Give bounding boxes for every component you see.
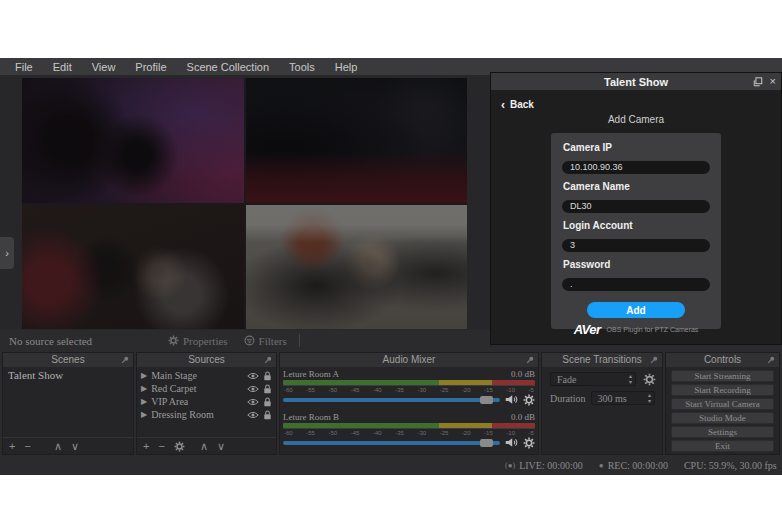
lock-icon[interactable]	[263, 410, 272, 420]
volume-slider-handle[interactable]	[480, 396, 493, 404]
toolbar-separator	[299, 334, 300, 347]
pin-icon[interactable]	[649, 355, 659, 365]
multiview-grid	[22, 78, 467, 329]
password-input[interactable]	[562, 278, 710, 291]
pin-icon[interactable]	[120, 355, 130, 365]
audio-mixer-panel: Audio Mixer Leture Room A 0.0 dB -60-55-…	[279, 352, 539, 455]
visibility-eye-icon[interactable]	[247, 398, 259, 406]
source-row-main-stage[interactable]: ▶ Main Stage	[137, 369, 276, 382]
channel-level: 0.0 dB	[511, 412, 535, 422]
filters-button[interactable]: Filters	[236, 335, 295, 347]
back-button[interactable]: ‹ Back	[501, 99, 551, 110]
add-camera-button[interactable]: Add	[587, 302, 685, 318]
pin-icon[interactable]	[525, 355, 535, 365]
scene-transitions-header: Scene Transitions	[542, 353, 662, 367]
controls-header: Controls	[666, 353, 779, 367]
source-row-vip-area[interactable]: ▶ VIP Area	[137, 395, 276, 408]
media-source-icon: ▶	[141, 371, 147, 380]
menu-file[interactable]: File	[6, 61, 42, 73]
plugin-tagline: OBS Plugin for PTZ Cameras	[607, 326, 699, 333]
left-panel-expander-button[interactable]: ›	[0, 237, 14, 269]
visibility-eye-icon[interactable]	[247, 411, 259, 419]
preview-dim-overlay	[22, 78, 467, 329]
menu-scene-collection[interactable]: Scene Collection	[178, 61, 279, 73]
obs-window: File Edit View Profile Scene Collection …	[0, 58, 782, 475]
add-camera-heading: Add Camera	[491, 114, 781, 125]
volume-slider[interactable]	[283, 398, 500, 402]
dock-title-bar[interactable]: Talent Show ×	[491, 73, 781, 90]
speaker-icon[interactable]	[505, 437, 518, 448]
remove-source-button[interactable]: −	[158, 439, 164, 454]
media-source-icon: ▶	[141, 384, 147, 393]
pin-icon[interactable]	[263, 355, 273, 365]
login-account-input[interactable]	[562, 239, 710, 252]
menu-profile[interactable]: Profile	[126, 61, 175, 73]
lock-icon[interactable]	[263, 397, 272, 407]
scene-item-talent-show[interactable]: Talent Show	[3, 367, 133, 383]
volume-slider-handle[interactable]	[480, 439, 493, 447]
pin-icon[interactable]	[766, 355, 776, 365]
meter-scale: -60-55-50-45-40-35-30-25-20-15-10-5	[283, 428, 535, 436]
scene-down-button[interactable]: ∨	[71, 439, 79, 454]
lock-icon[interactable]	[263, 371, 272, 381]
channel-gear-icon[interactable]	[523, 437, 535, 449]
source-row-dressing-room[interactable]: ▶ Dressing Room	[137, 408, 276, 421]
gear-icon	[168, 335, 179, 346]
source-up-button[interactable]: ∧	[200, 439, 208, 454]
start-streaming-button[interactable]: Start Streaming	[671, 370, 774, 382]
menu-tools[interactable]: Tools	[280, 61, 324, 73]
visibility-eye-icon[interactable]	[247, 372, 259, 380]
remove-scene-button[interactable]: −	[24, 439, 30, 454]
select-carets-icon: ▴▾	[629, 373, 632, 385]
source-down-button[interactable]: ∨	[217, 439, 225, 454]
menu-edit[interactable]: Edit	[44, 61, 81, 73]
scenes-header: Scenes	[3, 353, 133, 367]
duration-spinbox[interactable]: 300 ms ▴▾	[591, 391, 655, 405]
properties-button[interactable]: Properties	[160, 335, 236, 347]
transition-gear-icon[interactable]	[643, 373, 656, 386]
visibility-eye-icon[interactable]	[247, 385, 259, 393]
source-properties-gear-icon[interactable]	[174, 441, 185, 452]
exit-button[interactable]: Exit	[671, 440, 774, 452]
settings-button[interactable]: Settings	[671, 426, 774, 438]
add-camera-form: Camera IP Camera Name Login Account Pass…	[551, 133, 721, 329]
add-source-button[interactable]: +	[143, 439, 149, 454]
channel-gear-icon[interactable]	[523, 394, 535, 406]
float-dock-icon[interactable]	[753, 77, 763, 87]
channel-name: Leture Room B	[283, 412, 339, 422]
spin-carets-icon[interactable]: ▴▾	[648, 392, 651, 404]
filter-icon	[244, 335, 255, 346]
scene-transitions-panel: Scene Transitions Fade ▴▾ Duration	[541, 352, 663, 455]
scenes-toolbar: + − ∧ ∨	[3, 437, 133, 454]
volume-slider[interactable]	[283, 441, 500, 445]
sources-header: Sources	[137, 353, 276, 367]
lock-icon[interactable]	[263, 384, 272, 394]
add-scene-button[interactable]: +	[9, 439, 15, 454]
studio-mode-button[interactable]: Studio Mode	[671, 412, 774, 424]
live-status: (●) LIVE: 00:00:00	[505, 460, 583, 471]
start-recording-button[interactable]: Start Recording	[671, 384, 774, 396]
media-source-icon: ▶	[141, 397, 147, 406]
channel-level: 0.0 dB	[511, 369, 535, 379]
meter-scale: -60-55-50-45-40-35-30-25-20-15-10-5	[283, 385, 535, 393]
menu-view[interactable]: View	[83, 61, 125, 73]
cpu-status: CPU: 59.9%, 30.00 fps	[684, 460, 777, 471]
mixer-channel-b: Leture Room B 0.0 dB -60-55-50-45-40-35-…	[280, 410, 538, 449]
duration-label: Duration	[550, 393, 586, 404]
camera-name-input[interactable]	[562, 200, 710, 213]
speaker-icon[interactable]	[505, 394, 518, 405]
transition-select[interactable]: Fade ▴▾	[550, 372, 636, 386]
live-signal-icon: (●)	[505, 461, 515, 470]
record-dot-icon: ●	[599, 461, 604, 470]
sources-panel: Sources ▶ Main Stage ▶ Red Carpet	[136, 352, 277, 455]
camera-ip-input[interactable]	[562, 161, 710, 174]
audio-mixer-header: Audio Mixer	[280, 353, 538, 367]
close-dock-icon[interactable]: ×	[770, 76, 776, 87]
login-account-label: Login Account	[563, 220, 709, 231]
source-toolbar: No source selected Properties Filters	[0, 330, 490, 351]
audio-mixer-body: Leture Room A 0.0 dB -60-55-50-45-40-35-…	[280, 367, 538, 454]
menu-help[interactable]: Help	[326, 61, 367, 73]
start-virtual-camera-button[interactable]: Start Virtual Camera	[671, 398, 774, 410]
source-row-red-carpet[interactable]: ▶ Red Carpet	[137, 382, 276, 395]
scene-up-button[interactable]: ∧	[54, 439, 62, 454]
